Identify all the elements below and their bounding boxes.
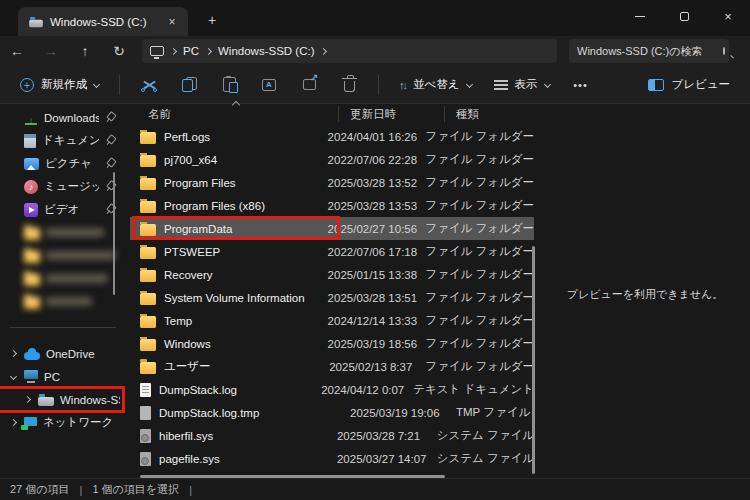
column-divider[interactable] <box>444 106 445 122</box>
file-type: システム ファイル <box>429 428 534 443</box>
breadcrumb-pc[interactable]: PC <box>183 45 199 57</box>
file-date: 2025/01/15 13:38 <box>320 269 418 281</box>
chevron-right-icon <box>205 47 212 54</box>
sidebar-separator <box>10 327 116 328</box>
table-row[interactable]: ユーザー 2025/02/13 8:37 ファイル フォルダー <box>130 355 534 378</box>
sort-button-label: 並べ替え <box>413 77 460 92</box>
table-row[interactable]: hiberfil.sys 2025/03/28 7:21 システム ファイル <box>130 424 534 447</box>
search-icon <box>723 47 725 55</box>
sidebar-item-blurred[interactable] <box>0 221 120 244</box>
sidebar-item-label: ドキュメント <box>42 133 99 148</box>
status-separator: | <box>189 484 192 496</box>
sidebar-item-pc[interactable]: PC <box>0 365 120 388</box>
preview-toggle-button[interactable]: プレビュー <box>642 72 736 97</box>
search-box[interactable] <box>569 39 729 63</box>
table-row[interactable]: pj700_x64 2022/07/06 22:28 ファイル フォルダー <box>130 148 534 171</box>
breadcrumb-drive[interactable]: Windows-SSD (C:) <box>218 45 314 57</box>
sidebar-scrollbar[interactable] <box>113 172 115 295</box>
view-button[interactable]: 表示 <box>488 72 556 97</box>
file-name: Program Files (x86) <box>164 200 265 212</box>
sidebar-item-onedrive[interactable]: OneDrive <box>0 342 120 365</box>
folder-icon <box>24 274 40 286</box>
file-date: 2025/03/28 13:51 <box>320 292 418 304</box>
up-button[interactable]: ↑ <box>68 43 102 59</box>
expander-chevron-icon[interactable] <box>9 419 16 426</box>
window-controls: × <box>618 0 750 32</box>
sidebar-item--[interactable]: ネットワーク <box>0 411 120 434</box>
sidebar-item-downloads[interactable]: Downloads <box>0 106 120 129</box>
copy-button[interactable] <box>174 72 204 98</box>
table-row[interactable]: System Volume Information 2025/03/28 13:… <box>130 286 534 309</box>
expander-chevron-icon[interactable] <box>9 350 16 357</box>
rename-button[interactable]: A <box>254 72 284 98</box>
share-button[interactable] <box>294 72 324 98</box>
downloads-icon <box>24 110 38 125</box>
search-input[interactable] <box>577 45 719 57</box>
sidebar-item--[interactable]: ドキュメント <box>0 129 120 152</box>
file-date: 2025/03/19 18:56 <box>320 338 418 350</box>
column-header-date[interactable]: 更新日時 <box>342 107 448 122</box>
preview-pane: プレビューを利用できません。 <box>540 104 750 478</box>
pin-icon <box>103 179 118 194</box>
sort-button[interactable]: ↑↓ 並べ替え <box>393 72 478 97</box>
tab-windows-ssd[interactable]: Windows-SSD (C:) × <box>18 7 188 36</box>
column-divider[interactable] <box>338 106 339 122</box>
column-headers: 名前 更新日時 種類 <box>130 104 534 125</box>
divider <box>378 75 379 95</box>
table-row[interactable]: Windows 2025/03/19 18:56 ファイル フォルダー <box>130 332 534 355</box>
sidebar-item-blurred[interactable] <box>0 267 120 290</box>
expander-chevron-icon[interactable] <box>9 373 16 380</box>
table-row[interactable]: DumpStack.log 2024/04/12 0:07 テキスト ドキュメン… <box>130 378 534 401</box>
chevron-down-icon <box>466 81 473 88</box>
file-explorer-window: Windows-SSD (C:) × + × ← → ↑ ↻ PC Window… <box>0 0 750 500</box>
tab-close-icon[interactable]: × <box>164 14 180 30</box>
close-button[interactable]: × <box>706 0 750 32</box>
file-type: ファイル フォルダー <box>417 129 534 144</box>
forward-button[interactable]: → <box>34 43 68 59</box>
table-row[interactable]: Recovery 2025/01/15 13:38 ファイル フォルダー <box>130 263 534 286</box>
file-name: ProgramData <box>164 223 232 235</box>
cut-button[interactable] <box>134 72 164 98</box>
file-date: 2025/02/27 10:56 <box>320 223 418 235</box>
view-button-label: 表示 <box>515 77 538 92</box>
delete-button[interactable] <box>334 72 364 98</box>
folder-icon <box>140 224 156 236</box>
folder-icon <box>140 247 156 259</box>
more-options-button[interactable]: ••• <box>566 72 596 98</box>
expander-chevron-icon[interactable] <box>23 396 30 403</box>
maximize-button[interactable] <box>662 0 706 32</box>
sidebar-item-blurred[interactable] <box>0 244 120 267</box>
file-type: ファイル フォルダー <box>417 267 534 282</box>
column-header-type[interactable]: 種類 <box>448 107 479 122</box>
drive-icon <box>38 397 54 406</box>
table-row[interactable]: PTSWEEP 2022/07/06 17:18 ファイル フォルダー <box>130 240 534 263</box>
table-row[interactable]: PerfLogs 2024/04/01 16:26 ファイル フォルダー <box>130 125 534 148</box>
table-row[interactable]: DumpStack.log.tmp 2025/03/19 19:06 TMP フ… <box>130 401 534 424</box>
sidebar-item--[interactable]: ピクチャ <box>0 152 120 175</box>
refresh-button[interactable]: ↻ <box>102 43 136 59</box>
table-row[interactable]: pagefile.sys 2025/03/27 14:07 システム ファイル <box>130 447 534 470</box>
network-icon <box>24 417 37 426</box>
new-button[interactable]: + 新規作成 <box>14 72 105 97</box>
back-button[interactable]: ← <box>0 43 34 59</box>
table-row[interactable]: Temp 2024/12/14 13:33 ファイル フォルダー <box>130 309 534 332</box>
sidebar-item--[interactable]: ミュージック <box>0 175 120 198</box>
table-row[interactable]: Program Files (x86) 2025/03/28 13:53 ファイ… <box>130 194 534 217</box>
file-date: 2022/07/06 17:18 <box>320 246 418 258</box>
new-tab-button[interactable]: + <box>202 10 222 30</box>
sidebar-item-blurred[interactable] <box>0 290 120 313</box>
status-separator: | <box>80 484 83 496</box>
folder-icon <box>140 132 156 144</box>
table-row[interactable]: ProgramData 2025/02/27 10:56 ファイル フォルダー <box>130 217 534 240</box>
sidebar-item-windows-ssd[interactable]: Windows-SSD <box>0 388 120 411</box>
paste-button[interactable] <box>214 72 244 98</box>
vertical-scrollbar[interactable] <box>532 246 535 474</box>
table-row[interactable]: Program Files 2025/03/28 13:52 ファイル フォルダ… <box>130 171 534 194</box>
list-lines-icon <box>494 80 508 90</box>
minimize-button[interactable] <box>618 0 662 32</box>
column-header-name[interactable]: 名前 <box>130 107 342 122</box>
sidebar-item-label: ネットワーク <box>43 415 120 430</box>
file-rows: PerfLogs 2024/04/01 16:26 ファイル フォルダー pj7… <box>130 125 534 470</box>
sidebar-item--[interactable]: ビデオ <box>0 198 120 221</box>
breadcrumb[interactable]: PC Windows-SSD (C:) <box>142 39 557 63</box>
